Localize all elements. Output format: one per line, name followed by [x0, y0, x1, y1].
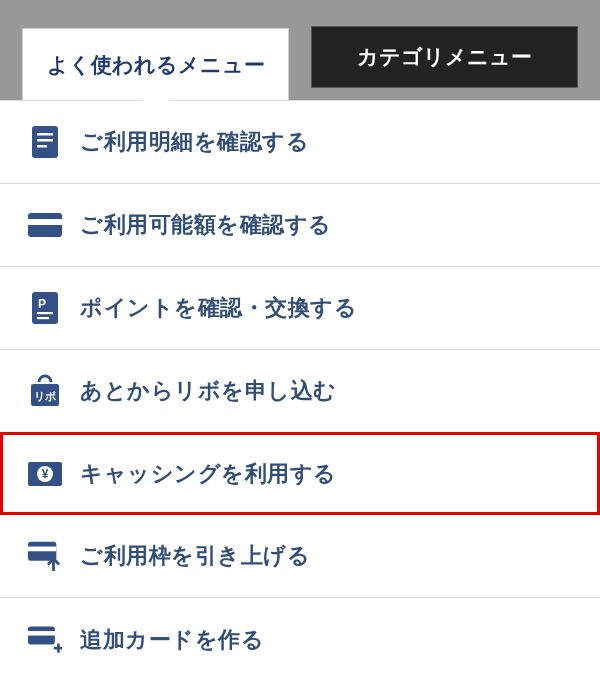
- tab-bar: よく使われるメニュー カテゴリメニュー: [0, 0, 600, 100]
- svg-rect-18: [28, 631, 55, 635]
- menu-item-label: あとからリボを申し込む: [80, 376, 337, 406]
- menu-item-points[interactable]: P ポイントを確認・交換する: [0, 267, 600, 350]
- svg-text:P: P: [38, 297, 46, 311]
- menu-item-statement[interactable]: ご利用明細を確認する: [0, 101, 600, 184]
- svg-rect-1: [37, 133, 53, 136]
- revo-bag-icon: リボ: [28, 374, 62, 408]
- menu-item-add-card[interactable]: 追加カードを作る: [0, 598, 600, 680]
- svg-rect-5: [28, 219, 62, 225]
- svg-rect-16: [28, 547, 56, 552]
- menu-item-label: ご利用可能額を確認する: [80, 210, 332, 240]
- card-icon: [28, 208, 62, 242]
- statement-icon: [28, 125, 62, 159]
- svg-text:リボ: リボ: [34, 390, 56, 402]
- tab-label: カテゴリメニュー: [357, 43, 532, 71]
- menu-item-cashing[interactable]: ¥ キャッシングを利用する: [0, 432, 600, 515]
- menu-item-label: ご利用明細を確認する: [80, 127, 309, 157]
- add-card-icon: [28, 623, 62, 657]
- menu-item-label: ポイントを確認・交換する: [80, 293, 357, 323]
- svg-rect-9: [37, 317, 49, 319]
- menu-item-revolving[interactable]: リボ あとからリボを申し込む: [0, 350, 600, 433]
- menu-panel: よく使われるメニュー カテゴリメニュー ご利用明細を確認する ご利用可能額を確認…: [0, 0, 600, 680]
- menu-item-available-credit[interactable]: ご利用可能額を確認する: [0, 184, 600, 267]
- svg-rect-8: [37, 312, 53, 314]
- points-icon: P: [28, 291, 62, 325]
- menu-list: ご利用明細を確認する ご利用可能額を確認する P ポイントを確認・交換する リボ…: [0, 100, 600, 680]
- menu-item-label: キャッシングを利用する: [80, 459, 337, 489]
- menu-item-label: 追加カードを作る: [80, 625, 264, 655]
- menu-item-raise-limit[interactable]: ご利用枠を引き上げる: [0, 515, 600, 598]
- limit-up-icon: [28, 539, 62, 573]
- svg-text:¥: ¥: [42, 467, 49, 481]
- svg-rect-0: [32, 126, 58, 158]
- svg-rect-2: [37, 139, 53, 142]
- tab-frequently-used[interactable]: よく使われるメニュー: [22, 28, 289, 100]
- menu-item-label: ご利用枠を引き上げる: [80, 541, 310, 571]
- tab-label: よく使われるメニュー: [47, 51, 265, 79]
- tab-category[interactable]: カテゴリメニュー: [311, 26, 578, 88]
- svg-rect-3: [37, 145, 47, 148]
- yen-card-icon: ¥: [28, 457, 62, 491]
